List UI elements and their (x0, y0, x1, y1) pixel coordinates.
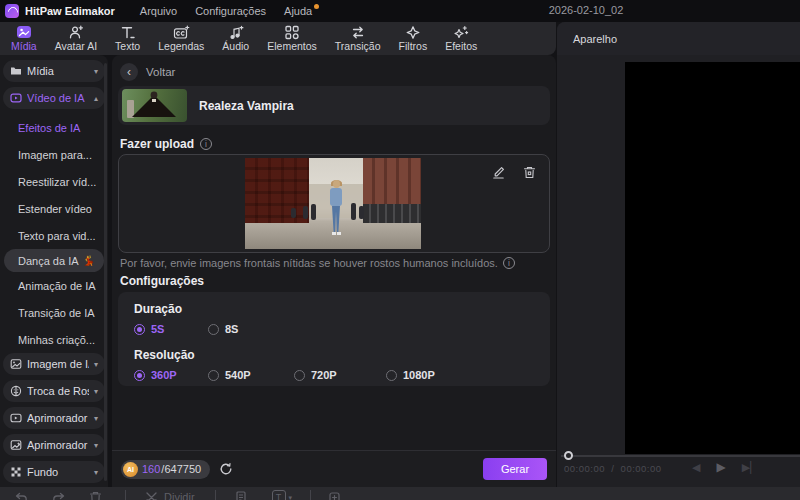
trash-icon[interactable] (88, 490, 103, 500)
time-divider: / (611, 463, 614, 474)
info-icon[interactable]: i (200, 138, 212, 150)
tab-filtros[interactable]: Filtros (390, 24, 437, 54)
split-icon[interactable] (144, 490, 159, 500)
toolbar-divider (125, 490, 126, 500)
resolution-options: 360P 540P 720P 1080P (134, 369, 534, 381)
sidebar-item-animacao-de-ia[interactable]: Animação de IA (0, 272, 108, 299)
text-tool-icon[interactable]: T (272, 490, 286, 500)
menu-file[interactable]: Arquivo (131, 5, 186, 17)
preview-panel: Aparelho 00:00:00 / 00:00:00 ◀ ▶ ▶▏ (557, 22, 800, 487)
tab-avatar-ai[interactable]: Avatar AI (46, 24, 106, 54)
chevron-up-icon: ▴ (94, 94, 98, 103)
back-label: Voltar (146, 66, 175, 78)
chevron-down-icon: ▾ (94, 360, 98, 369)
document-icon[interactable] (234, 490, 248, 500)
effects-icon (453, 25, 469, 40)
undo-icon[interactable] (14, 490, 29, 500)
radio-resolution-540p[interactable]: 540P (208, 369, 294, 381)
sidebar-item-imagem-para[interactable]: Imagem para... (0, 141, 108, 168)
info-icon[interactable]: i (503, 257, 515, 269)
delete-image-icon[interactable] (522, 165, 537, 180)
help-notification-dot (314, 4, 319, 9)
tab-efeitos[interactable]: Efeitos (436, 24, 486, 54)
settings-section-title: Configurações (120, 274, 204, 288)
sidebar-group-fundo[interactable]: Fundo ▾ (3, 461, 105, 483)
photo-building-left (245, 158, 309, 230)
sidebar-group-label: Aprimorador ... (27, 439, 89, 451)
tab-midia[interactable]: Mídia (2, 24, 46, 54)
menu-help-label: Ajuda (284, 5, 312, 17)
upload-section-title: Fazer upload (120, 137, 194, 151)
avatar-icon (68, 25, 84, 40)
sidebar-group-video-ia[interactable]: Vídeo de IA ▴ (3, 87, 105, 109)
tab-elementos[interactable]: Elementos (258, 24, 326, 54)
sidebar-scrollbar[interactable] (104, 63, 107, 481)
tab-label: Avatar AI (55, 40, 97, 52)
radio-resolution-1080p[interactable]: 1080P (386, 369, 534, 381)
tab-legendas[interactable]: Legendas (149, 24, 213, 54)
chevron-down-icon: ▾ (94, 67, 98, 76)
settings-card: Duração 5S 8S Resolução 360P (118, 292, 550, 386)
chevron-down-icon: ▾ (94, 387, 98, 396)
radio-duration-8s[interactable]: 8S (208, 323, 294, 335)
sidebar-group-label: Vídeo de IA (27, 92, 89, 104)
sidebar-item-estender-video[interactable]: Estender vídeo (0, 195, 108, 222)
video-canvas (625, 62, 800, 454)
crop-icon[interactable] (327, 490, 342, 500)
play-button[interactable]: ▶ (716, 460, 725, 474)
redo-icon[interactable] (51, 490, 66, 500)
captions-icon (173, 25, 190, 40)
preview-title: Aparelho (573, 33, 617, 45)
refresh-credits-icon[interactable] (219, 462, 233, 476)
photo-woman (329, 180, 343, 240)
menu-settings[interactable]: Configurações (186, 5, 275, 17)
sidebar-group-label: Aprimorador ... (27, 412, 89, 424)
sidebar-item-danca-da-ia[interactable]: Dança da IA 💃 (4, 249, 104, 272)
radio-resolution-720p[interactable]: 720P (294, 369, 386, 381)
media-icon (16, 25, 32, 40)
sidebar-item-transicao-de-ia[interactable]: Transição de IA (0, 299, 108, 326)
audio-icon (228, 25, 244, 40)
folder-icon (10, 65, 22, 77)
photo-pedestrian (359, 206, 364, 219)
document-title: 2026-02-10_02 (549, 4, 624, 16)
radio-label: 540P (225, 369, 251, 381)
sidebar-item-efeitos-de-ia[interactable]: Efeitos de IA (0, 114, 108, 141)
sidebar-group-imagem-de-ia[interactable]: Imagem de IA ▾ (3, 353, 105, 375)
previous-frame-button[interactable]: ◀ (692, 460, 700, 474)
edit-image-icon[interactable] (491, 165, 506, 180)
template-card[interactable]: Realeza Vampira (118, 86, 550, 125)
playback-controls: ◀ ▶ ▶▏ (692, 460, 759, 474)
radio-resolution-360p[interactable]: 360P (134, 369, 208, 381)
sidebar-group-label: Mídia (27, 65, 89, 77)
radio-label: 5S (151, 323, 164, 335)
transition-icon (350, 25, 366, 40)
next-frame-button[interactable]: ▶▏ (742, 460, 759, 474)
tab-transicao[interactable]: Transição (326, 24, 390, 54)
template-thumbnail (122, 89, 187, 122)
chevron-down-icon[interactable]: ▾ (289, 494, 293, 500)
tab-label: Efeitos (445, 40, 477, 52)
back-button[interactable]: ‹ (120, 63, 138, 81)
tab-texto[interactable]: Texto (106, 24, 149, 54)
sidebar-item-minhas-criacoes[interactable]: Minhas criaçõ... (0, 326, 108, 353)
sidebar-item-texto-para-video[interactable]: Texto para vid... (0, 222, 108, 249)
sidebar-group-troca-de-rosto[interactable]: Troca de Rost... ▾ (3, 380, 105, 402)
sidebar-group-aprimorador-video[interactable]: Aprimorador ... ▾ (3, 407, 105, 429)
menu-help[interactable]: Ajuda (275, 5, 321, 17)
sidebar-item-reestilizar-video[interactable]: Reestilizar víd... (0, 168, 108, 195)
radio-duration-5s[interactable]: 5S (134, 323, 208, 335)
generate-button[interactable]: Gerar (483, 458, 547, 480)
seek-bar[interactable] (561, 455, 800, 457)
upload-box[interactable] (118, 154, 550, 253)
tab-audio[interactable]: Áudio (213, 24, 258, 54)
seek-handle[interactable] (564, 451, 573, 460)
tab-label: Texto (115, 40, 140, 52)
radio-label: 8S (225, 323, 238, 335)
sidebar-group-midia[interactable]: Mídia ▾ (3, 60, 105, 82)
app-window: HitPaw Edimakor Arquivo Configurações Aj… (0, 0, 800, 500)
sidebar-group-aprimorador-imagem[interactable]: Aprimorador ... ▾ (3, 434, 105, 456)
radio-dot (294, 370, 305, 381)
sidebar: Mídia ▾ Vídeo de IA ▴ Efeitos de IA Imag… (0, 55, 108, 487)
photo-pedestrian (303, 206, 308, 219)
